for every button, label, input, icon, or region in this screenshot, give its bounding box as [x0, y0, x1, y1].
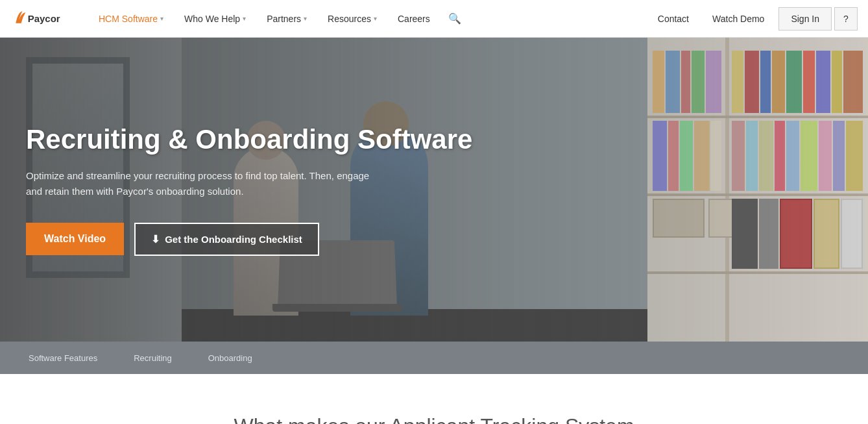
nav-item-who-we-help[interactable]: Who We Help ▾ — [174, 0, 256, 38]
download-icon: ⬇ — [151, 233, 160, 245]
chevron-down-icon: ▾ — [374, 15, 377, 22]
nav-links: HCM Software ▾ Who We Help ▾ Partners ▾ … — [88, 0, 646, 38]
lower-section: What makes our Applicant Tracking System… — [0, 374, 868, 424]
chevron-down-icon: ▾ — [243, 15, 246, 22]
lower-title: What makes our Applicant Tracking System… — [207, 413, 661, 424]
hero-content: Recruiting & Onboarding Software Optimiz… — [0, 38, 868, 342]
hero-section: Recruiting & Onboarding Software Optimiz… — [0, 38, 868, 342]
nav-contact[interactable]: Contact — [646, 0, 701, 38]
hero-title: Recruiting & Onboarding Software — [26, 123, 480, 156]
navbar: Paycor HCM Software ▾ Who We Help ▾ Part… — [0, 0, 868, 38]
svg-text:Paycor: Paycor — [28, 13, 60, 24]
help-button[interactable]: ? — [834, 7, 858, 31]
get-checklist-button[interactable]: ⬇ Get the Onboarding Checklist — [134, 223, 319, 256]
hero-buttons: Watch Video ⬇ Get the Onboarding Checkli… — [26, 223, 842, 256]
nav-item-careers[interactable]: Careers — [387, 0, 440, 38]
sub-nav-onboarding[interactable]: Onboarding — [206, 353, 255, 363]
sub-nav: Software Features Recruiting Onboarding — [0, 342, 868, 374]
chevron-down-icon: ▾ — [160, 15, 163, 22]
signin-button[interactable]: Sign In — [778, 7, 832, 31]
search-icon[interactable]: 🔍 — [440, 12, 469, 25]
nav-item-partners[interactable]: Partners ▾ — [256, 0, 317, 38]
hero-subtitle: Optimize and streamline your recruiting … — [26, 168, 376, 199]
nav-right: Contact Watch Demo Sign In ? — [646, 0, 858, 38]
sub-nav-software-features[interactable]: Software Features — [26, 353, 100, 363]
nav-item-hcm[interactable]: HCM Software ▾ — [88, 0, 174, 38]
nav-watch-demo[interactable]: Watch Demo — [701, 0, 776, 38]
sub-nav-recruiting[interactable]: Recruiting — [131, 353, 175, 363]
watch-video-button[interactable]: Watch Video — [26, 223, 124, 255]
logo[interactable]: Paycor — [10, 7, 75, 31]
chevron-down-icon: ▾ — [304, 15, 307, 22]
nav-item-resources[interactable]: Resources ▾ — [317, 0, 387, 38]
